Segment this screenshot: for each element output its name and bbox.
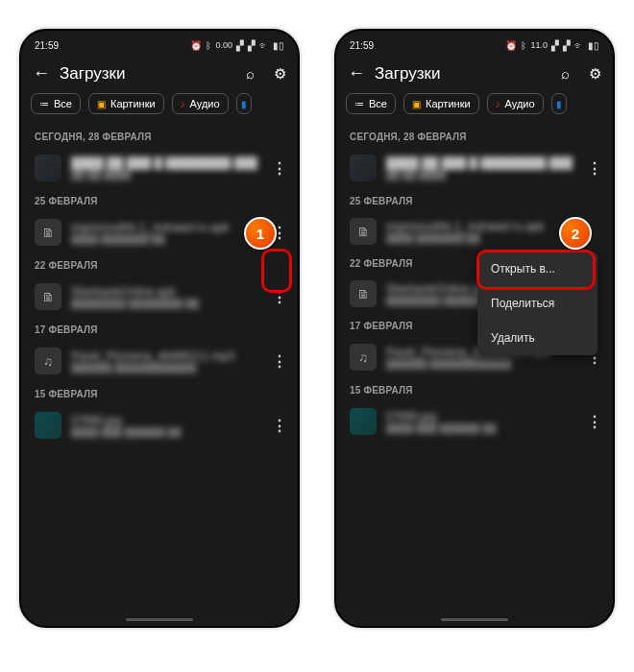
chip-audio[interactable]: ♪Аудио: [172, 93, 229, 114]
battery-icon: ▮▯: [273, 40, 284, 51]
list-icon: ≔: [39, 99, 49, 109]
thumbnail: [35, 412, 61, 439]
music-icon: ♫: [35, 348, 61, 374]
chip-audio-label: Аудио: [505, 98, 535, 109]
chip-pictures-label: Картинки: [110, 98, 156, 109]
list-item[interactable]: 07890.jpg████ ███ ██████ ██ ⋮: [21, 405, 298, 445]
phone-left: 21:59 ⏰ ᛒ 0.00 ▞ ▞ ᯤ ▮▯ ← Загрузки ⌕ ⚙ ≔…: [19, 29, 300, 628]
chip-audio-label: Аудио: [190, 98, 220, 109]
file-text: ████ ██ ███ █ ████████ ██████ ██ ████: [71, 156, 257, 180]
file-text: ████ ██ ███ █ ████████ ██████ ██ ████: [386, 156, 573, 180]
step-badge-1: 1: [244, 217, 277, 250]
chip-all-label: Все: [369, 98, 387, 109]
filter-chips: ≔Все ▣Картинки ♪Аудио ▮: [336, 93, 613, 124]
list-item[interactable]: 🗎 SberbankOnline.apk████████ ████████ ██…: [21, 276, 298, 317]
doc-icon: ▮: [556, 99, 562, 109]
status-time: 21:59: [35, 40, 59, 51]
chip-all[interactable]: ≔Все: [31, 93, 81, 114]
bt-icon: ᛒ: [206, 40, 211, 51]
wifi-icon: ᯤ: [574, 40, 584, 51]
status-bar: 21:59 ⏰ ᛒ 0.00 ▞ ▞ ᯤ ▮▯: [21, 31, 298, 56]
chip-pictures-label: Картинки: [426, 98, 471, 109]
sig1-icon: ▞: [551, 40, 559, 51]
list-item[interactable]: ████ ██ ███ █ ████████ ██████ ██ ████ ⋮: [21, 148, 298, 188]
net-speed: 11.0: [530, 40, 548, 50]
list-icon: ≔: [354, 99, 364, 109]
file-text: 07890.jpg████ ███ ██████ ██: [386, 410, 573, 434]
chip-audio[interactable]: ♪Аудио: [487, 93, 544, 114]
menu-delete[interactable]: Удалить: [477, 321, 597, 355]
music-icon: ♫: [350, 344, 377, 371]
more-button[interactable]: ⋮: [267, 154, 292, 182]
nav-indicator: [441, 618, 508, 621]
context-menu: Открыть в... Поделиться Удалить: [477, 252, 597, 355]
file-icon: 🗎: [350, 280, 377, 307]
page-title: Загрузки: [60, 64, 236, 84]
thumbnail: [35, 155, 61, 181]
file-text: expressvdhk-1_mdrawd-ru.apk████ ███████ …: [71, 221, 257, 245]
file-text: SberbankOnline.apk████████ ████████ ██: [71, 285, 257, 309]
file-icon: 🗎: [35, 219, 61, 246]
chip-all-label: Все: [54, 98, 72, 109]
search-icon[interactable]: ⌕: [246, 65, 255, 82]
filter-chips: ≔Все ▣Картинки ♪Аудио ▮: [21, 93, 298, 124]
date-header: СЕГОДНЯ, 28 ФЕВРАЛЯ: [21, 124, 298, 148]
image-icon: ▣: [412, 99, 421, 109]
more-button[interactable]: ⋮: [267, 411, 292, 440]
chip-pictures[interactable]: ▣Картинки: [403, 93, 479, 114]
date-header: СЕГОДНЯ, 28 ФЕВРАЛЯ: [336, 124, 613, 148]
chip-docs[interactable]: ▮: [236, 93, 252, 114]
search-icon[interactable]: ⌕: [561, 65, 570, 82]
image-icon: ▣: [97, 99, 106, 109]
net-speed: 0.00: [215, 40, 232, 50]
list-item[interactable]: 07890.jpg████ ███ ██████ ██ ⋮: [336, 401, 613, 442]
alarm-icon: ⏰: [505, 40, 517, 51]
back-icon[interactable]: ←: [348, 63, 365, 84]
date-header: 15 ФЕВРАЛЯ: [336, 377, 613, 401]
nav-indicator: [126, 618, 193, 621]
file-icon: 🗎: [35, 283, 61, 310]
date-header: 25 ФЕВРАЛЯ: [336, 188, 613, 212]
alarm-icon: ⏰: [190, 40, 202, 51]
more-button[interactable]: ⋮: [582, 407, 607, 436]
bt-icon: ᛒ: [521, 40, 526, 51]
thumbnail: [350, 408, 377, 435]
chip-all[interactable]: ≔Все: [346, 93, 396, 114]
status-bar: 21:59 ⏰ ᛒ 11.0 ▞ ▞ ᯤ ▮▯: [336, 31, 613, 56]
chip-docs[interactable]: ▮: [551, 93, 567, 114]
file-text: Pavel_Pismena_48496211.mp3██████ ███████…: [71, 349, 257, 373]
downloads-list: СЕГОДНЯ, 28 ФЕВРАЛЯ ████ ██ ███ █ ██████…: [21, 124, 298, 455]
menu-open-in[interactable]: Открыть в...: [477, 252, 597, 286]
phone-right: 21:59 ⏰ ᛒ 11.0 ▞ ▞ ᯤ ▮▯ ← Загрузки ⌕ ⚙ ≔…: [334, 29, 615, 628]
step-badge-2: 2: [559, 217, 592, 250]
audio-icon: ♪: [496, 99, 500, 109]
settings-icon[interactable]: ⚙: [589, 65, 601, 83]
app-bar: ← Загрузки ⌕ ⚙: [336, 56, 613, 93]
back-icon[interactable]: ←: [33, 63, 50, 84]
page-title: Загрузки: [375, 64, 551, 84]
status-time: 21:59: [350, 40, 374, 51]
thumbnail: [350, 155, 377, 181]
list-item[interactable]: ♫ Pavel_Pismena_48496211.mp3██████ █████…: [21, 341, 298, 381]
doc-icon: ▮: [241, 99, 247, 109]
chip-pictures[interactable]: ▣Картинки: [88, 93, 164, 114]
battery-icon: ▮▯: [588, 40, 599, 51]
app-bar: ← Загрузки ⌕ ⚙: [21, 56, 298, 93]
menu-share[interactable]: Поделиться: [477, 286, 597, 321]
sig1-icon: ▞: [236, 40, 244, 51]
wifi-icon: ᯤ: [259, 40, 269, 51]
list-item[interactable]: ████ ██ ███ █ ████████ ██████ ██ ████ ⋮: [336, 148, 613, 188]
sig2-icon: ▞: [248, 40, 256, 51]
more-button[interactable]: ⋮: [582, 154, 607, 182]
file-text: 07890.jpg████ ███ ██████ ██: [71, 414, 257, 438]
status-icons: ⏰ ᛒ 11.0 ▞ ▞ ᯤ ▮▯: [505, 40, 599, 51]
file-icon: 🗎: [350, 218, 377, 245]
more-button[interactable]: ⋮: [267, 282, 292, 311]
more-button[interactable]: ⋮: [267, 347, 292, 375]
sig2-icon: ▞: [563, 40, 571, 51]
audio-icon: ♪: [181, 99, 185, 109]
date-header: 17 ФЕВРАЛЯ: [21, 317, 298, 341]
settings-icon[interactable]: ⚙: [274, 65, 286, 83]
status-icons: ⏰ ᛒ 0.00 ▞ ▞ ᯤ ▮▯: [190, 40, 284, 51]
date-header: 22 ФЕВРАЛЯ: [21, 252, 298, 276]
